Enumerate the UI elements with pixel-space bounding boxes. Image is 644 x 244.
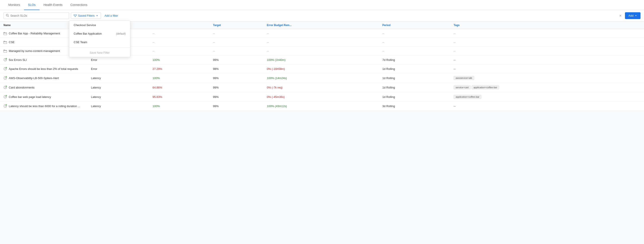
dropdown-item-cse-team[interactable]: CSE Team — [69, 38, 130, 46]
row-name: AWS-Observability-LB-500-Spikes-Alert — [9, 76, 59, 80]
row-compliance: 100% — [149, 102, 210, 111]
row-compliance: 100% — [149, 55, 210, 64]
row-compliance: 27.29% — [149, 64, 210, 73]
row-name: 5xx Errors SLI — [9, 58, 27, 62]
row-tags: application=coffee-bar — [450, 92, 644, 102]
svg-line-1 — [8, 16, 9, 17]
tab-monitors[interactable]: Monitors — [4, 0, 24, 10]
saved-filters-dropdown: Checkout Service Coffee Bar Application … — [69, 21, 130, 57]
sli-icon — [4, 58, 7, 62]
col-target: Target — [210, 22, 263, 29]
row-tags: -- — [450, 29, 644, 38]
tab-slos[interactable]: SLOs — [24, 0, 40, 10]
row-period: 1d Rolling — [379, 92, 450, 102]
row-type: Latency — [88, 73, 149, 83]
row-compliance: 64.86% — [149, 83, 210, 92]
row-name: Coffee Bar App - Reliability Management — [9, 32, 60, 35]
row-name-cell: AWS-Observability-LB-500-Spikes-Alert — [0, 73, 88, 83]
row-period: 1d Rolling — [379, 83, 450, 92]
table-row[interactable]: Latency should be less than 6000 for a r… — [0, 102, 644, 111]
table-row[interactable]: Card abondonments Latency 64.86% 99% 0% … — [0, 83, 644, 92]
clear-button[interactable]: × — [618, 13, 623, 19]
row-name-cell: Latency should be less than 6000 for a r… — [0, 102, 88, 111]
folder-icon — [4, 50, 7, 53]
svg-marker-3 — [96, 15, 98, 16]
row-tags: service=cartapplication=coffee-bar — [450, 83, 644, 92]
row-period: -- — [379, 47, 450, 55]
table-row[interactable]: AWS-Observability-LB-500-Spikes-Alert La… — [0, 73, 644, 83]
tag-badge: application=coffee-bar — [454, 95, 481, 99]
row-name: Latency should be less than 6000 for a r… — [9, 104, 80, 108]
svg-marker-4 — [635, 15, 636, 16]
row-error-budget: 100% (1h40m) — [264, 55, 379, 64]
tag-badge: application=coffee-bar — [472, 85, 499, 89]
row-name: CSE — [9, 41, 15, 44]
tag-badge: service=cart — [454, 85, 471, 89]
dropdown-divider — [69, 47, 130, 48]
row-tags: awsservice=alb — [450, 73, 644, 83]
row-target: 99% — [210, 73, 263, 83]
add-button[interactable]: Add — [625, 12, 640, 19]
save-new-filter-button[interactable]: Save New Filter — [69, 48, 130, 57]
svg-marker-2 — [74, 15, 76, 17]
default-tag: (default) — [116, 32, 126, 35]
add-filter-button[interactable]: Add a filter — [103, 13, 120, 19]
row-target: 99% — [210, 83, 263, 92]
row-target: 99% — [210, 92, 263, 102]
dropdown-item-coffee-bar-application[interactable]: Coffee Bar Application (default) — [69, 29, 130, 38]
row-target: -- — [210, 38, 263, 47]
tab-connections[interactable]: Connections — [66, 0, 92, 10]
tag-badge: awsservice=alb — [454, 76, 474, 80]
row-error-budget: 100% (14m24s) — [264, 73, 379, 83]
search-input[interactable] — [10, 14, 67, 17]
search-box — [4, 12, 69, 19]
row-tags: -- — [450, 38, 644, 47]
tab-health-events[interactable]: Health Events — [40, 0, 66, 10]
row-type: Latency — [88, 92, 149, 102]
row-type: Error — [88, 64, 149, 73]
sli-icon — [4, 76, 7, 80]
top-nav: Monitors SLOs Health Events Connections — [0, 0, 644, 10]
toolbar: Saved Filters Add a filter × Add Checkou… — [0, 10, 644, 22]
row-compliance: -- — [149, 47, 210, 55]
row-period: 7d Rolling — [379, 55, 450, 64]
saved-filters-label: Saved Filters — [78, 14, 95, 17]
row-period: 3d Rolling — [379, 102, 450, 111]
row-name: Coffee bar web page load latency — [9, 95, 51, 98]
row-period: 1d Rolling — [379, 73, 450, 83]
row-error-budget: -- — [264, 38, 379, 47]
row-compliance: 100% — [149, 73, 210, 83]
col-compliance — [149, 22, 210, 29]
col-tags: Tags — [450, 22, 644, 29]
row-type: Latency — [88, 83, 149, 92]
row-error-budget: 0% (-7k req) — [264, 83, 379, 92]
row-error-budget: 0% (-16h58m) — [264, 64, 379, 73]
row-tags: -- — [450, 64, 644, 73]
row-target: 99% — [210, 102, 263, 111]
saved-filters-button[interactable]: Saved Filters — [71, 13, 101, 19]
folder-icon — [4, 32, 7, 35]
row-target: 98% — [210, 64, 263, 73]
sli-icon — [4, 95, 7, 98]
row-name-cell: Card abondonments — [0, 83, 88, 92]
search-icon — [6, 14, 9, 18]
row-error-budget: 100% (43m12s) — [264, 102, 379, 111]
row-type: Latency — [88, 102, 149, 111]
sli-icon — [4, 86, 7, 89]
table-row[interactable]: Apache Errors should be less than 2% of … — [0, 64, 644, 73]
dropdown-item-checkout-service[interactable]: Checkout Service — [69, 21, 130, 29]
col-period: Period — [379, 22, 450, 29]
row-name: Card abondonments — [9, 86, 34, 89]
row-name: Managed by sumo-content-management — [9, 49, 60, 53]
row-error-budget: -- — [264, 29, 379, 38]
row-compliance: 95.83% — [149, 92, 210, 102]
row-tags: -- — [450, 102, 644, 111]
row-period: -- — [379, 29, 450, 38]
row-compliance: -- — [149, 29, 210, 38]
row-period: -- — [379, 38, 450, 47]
table-row[interactable]: Coffee bar web page load latency Latency… — [0, 92, 644, 102]
row-name-cell: Coffee bar web page load latency — [0, 92, 88, 102]
row-error-budget: -- — [264, 47, 379, 55]
folder-icon — [4, 41, 7, 44]
row-name: Apache Errors should be less than 2% of … — [9, 67, 78, 71]
